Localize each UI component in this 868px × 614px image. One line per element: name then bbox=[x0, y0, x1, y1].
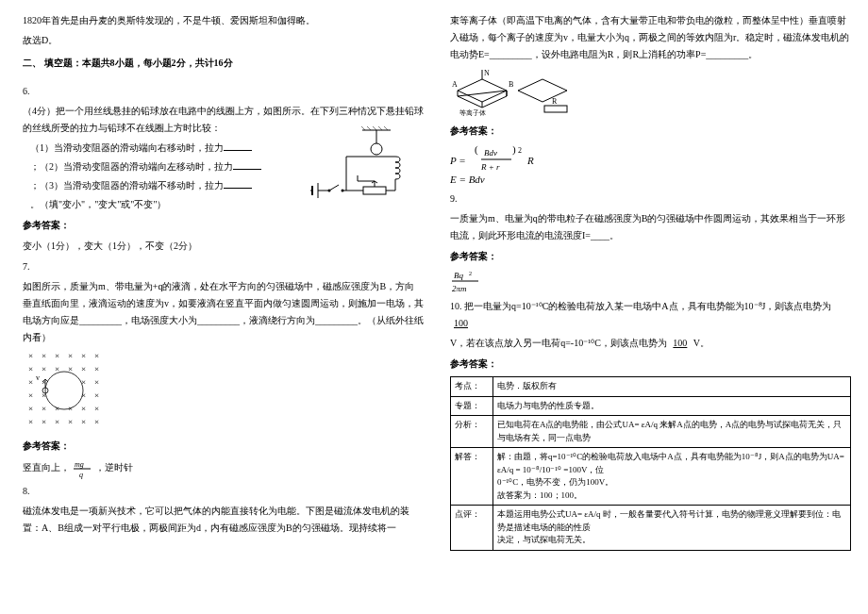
svg-text:B: B bbox=[509, 80, 513, 89]
svg-text:R: R bbox=[526, 155, 534, 166]
svg-text:P =: P = bbox=[450, 155, 466, 166]
table-row: 分析： 已知电荷在A点的电势能，由公式UA= εA/q 来解A点的电势，A点的电… bbox=[451, 416, 851, 448]
row1-value: 电势．版权所有 bbox=[493, 377, 851, 397]
q8-number: 8. bbox=[23, 483, 424, 500]
svg-point-59 bbox=[45, 372, 83, 409]
row3-value: 已知电荷在A点的电势能，由公式UA= εA/q 来解A点的电势，A点的电势与试探… bbox=[493, 416, 851, 448]
svg-text:×: × bbox=[28, 417, 33, 426]
svg-text:×: × bbox=[28, 377, 33, 387]
svg-text:R + r: R + r bbox=[480, 162, 500, 172]
svg-text:A: A bbox=[452, 80, 458, 89]
q9-answer-label: 参考答案： bbox=[450, 248, 851, 265]
q8-answer-label: 参考答案： bbox=[450, 123, 851, 140]
svg-line-21 bbox=[329, 185, 339, 191]
q7-field-figure: ×××××× ×××××× ×××× ×××× ×××××× ×××××× v bbox=[23, 349, 108, 434]
svg-text:(: ( bbox=[475, 143, 478, 156]
svg-text:R: R bbox=[552, 97, 558, 106]
svg-marker-75 bbox=[518, 79, 567, 102]
table-row: 解答： 解：由题，将q=10⁻¹⁰C的检验电荷放入电场中A点，具有电势能为10⁻… bbox=[451, 448, 851, 506]
q8-stem: 磁流体发电是一项新兴技术，它可以把气体的内能直接转化为电能。下图是磁流体发电机的… bbox=[23, 503, 424, 537]
svg-text:v: v bbox=[36, 373, 40, 382]
q9-number: 9. bbox=[450, 191, 851, 207]
row4-label: 解答： bbox=[451, 448, 493, 506]
svg-text:×: × bbox=[81, 404, 86, 413]
pre-text-1: 1820年首先是由丹麦的奥斯特发现的，不是牛顿、爱因斯坦和伽得略。 bbox=[23, 12, 424, 29]
svg-text:): ) bbox=[512, 143, 516, 156]
svg-text:2: 2 bbox=[469, 271, 472, 276]
svg-text:×: × bbox=[28, 390, 33, 400]
q10-blank2: 100 bbox=[669, 338, 691, 348]
svg-marker-66 bbox=[458, 79, 507, 102]
table-row: 专题： 电场力与电势的性质专题。 bbox=[451, 396, 851, 416]
svg-line-4 bbox=[378, 126, 382, 130]
svg-text:×: × bbox=[42, 351, 46, 360]
row2-value: 电场力与电势的性质专题。 bbox=[493, 396, 851, 416]
row1-label: 考点： bbox=[451, 377, 493, 397]
q7-answer: 竖直向上， mg q ，逆时针 bbox=[23, 458, 424, 479]
svg-text:×: × bbox=[94, 351, 99, 360]
q9-formula: Bq 2 2πm bbox=[450, 269, 488, 295]
q6-answer-label: 参考答案： bbox=[23, 217, 424, 234]
question-6: 6. （4分）把一个用丝线悬挂的铅球放在电路中的线圈上方，如图所示。在下列三种情… bbox=[23, 83, 424, 255]
svg-text:×: × bbox=[68, 351, 73, 360]
svg-line-1 bbox=[361, 126, 365, 130]
svg-rect-76 bbox=[544, 106, 567, 112]
section-2-title: 二、 填空题：本题共8小题，每小题2分，共计16分 bbox=[23, 55, 424, 72]
svg-line-2 bbox=[367, 126, 371, 130]
svg-text:N: N bbox=[484, 69, 490, 77]
svg-text:×: × bbox=[94, 404, 99, 413]
svg-text:q: q bbox=[79, 471, 83, 479]
q7-formula-mgq: mg q bbox=[73, 458, 93, 479]
q7-answer-label: 参考答案： bbox=[23, 438, 424, 455]
q6-number: 6. bbox=[23, 83, 424, 100]
svg-text:×: × bbox=[42, 404, 46, 413]
svg-text:×: × bbox=[94, 390, 99, 400]
q9-stem: 一质量为m、电量为q的带电粒子在磁感强度为B的匀强磁场中作圆周运动，其效果相当于… bbox=[450, 210, 851, 244]
pre-text-2: 故选D。 bbox=[23, 32, 424, 49]
svg-text:×: × bbox=[68, 417, 73, 426]
q10-line2: V，若在该点放入另一电荷q=-10⁻¹⁰C，则该点电势为 100 V。 bbox=[450, 335, 851, 352]
svg-line-3 bbox=[373, 126, 376, 130]
table-row: 考点： 电势．版权所有 bbox=[451, 377, 851, 397]
svg-text:×: × bbox=[28, 351, 33, 360]
svg-text:×: × bbox=[28, 364, 33, 373]
svg-text:×: × bbox=[28, 404, 33, 413]
svg-text:mg: mg bbox=[75, 460, 84, 469]
svg-text:×: × bbox=[94, 377, 99, 387]
row5-value: 本题运用电势公式UA= εA/q 时，一般各量要代入符号计算，电势的物理意义理解… bbox=[493, 506, 851, 551]
svg-text:×: × bbox=[42, 417, 46, 426]
right-column: 束等离子体（即高温下电离的气体，含有大量带正电和带负电的微粒，而整体呈中性）垂直… bbox=[441, 0, 868, 614]
row5-label: 点评： bbox=[451, 506, 493, 551]
q10-blank1: 100 bbox=[450, 318, 472, 328]
q7-number: 7. bbox=[23, 258, 424, 275]
row3-label: 分析： bbox=[451, 416, 493, 448]
svg-text:等离子体: 等离子体 bbox=[459, 109, 486, 117]
q10-stem-mid: V，若在该点放入另一电荷q=-10⁻¹⁰C，则该点电势为 bbox=[450, 338, 667, 348]
svg-text:×: × bbox=[81, 390, 86, 400]
q8-device-figure: A B N R 等离子体 bbox=[450, 66, 582, 119]
analysis-table: 考点： 电势．版权所有 专题： 电场力与电势的性质专题。 分析： 已知电荷在A点… bbox=[450, 376, 851, 551]
row4-value: 解：由题，将q=10⁻¹⁰C的检验电荷放入电场中A点，具有电势能为10⁻⁸J，则… bbox=[493, 448, 851, 506]
q10-answer-label: 参考答案： bbox=[450, 356, 851, 373]
svg-rect-11 bbox=[363, 187, 386, 194]
svg-text:2πm: 2πm bbox=[452, 284, 467, 293]
svg-point-7 bbox=[371, 143, 382, 155]
svg-text:×: × bbox=[81, 377, 86, 387]
svg-text:×: × bbox=[81, 364, 86, 373]
q8-formula-block: P = ( Bdv R + r ) 2 R E = Bdv bbox=[450, 143, 601, 187]
q6-circuit-figure bbox=[310, 126, 424, 211]
svg-line-5 bbox=[384, 126, 388, 130]
svg-text:×: × bbox=[81, 351, 86, 360]
svg-text:Bdv: Bdv bbox=[484, 148, 497, 158]
q6-answer: 变小（1分），变大（1分），不变（2分） bbox=[23, 238, 424, 255]
svg-text:×: × bbox=[55, 351, 59, 360]
table-row: 点评： 本题运用电势公式UA= εA/q 时，一般各量要代入符号计算，电势的物理… bbox=[451, 506, 851, 551]
q8-cont: 束等离子体（即高温下电离的气体，含有大量带正电和带负电的微粒，而整体呈中性）垂直… bbox=[450, 12, 851, 63]
svg-text:Bq: Bq bbox=[454, 271, 463, 280]
svg-text:×: × bbox=[42, 364, 46, 373]
q10-stem-post: V。 bbox=[693, 338, 709, 348]
svg-text:×: × bbox=[94, 364, 99, 373]
row2-label: 专题： bbox=[451, 396, 493, 416]
q10-line: 10. 把一电量为q=10⁻¹⁰C的检验电荷放入某一电场中A点，具有电势能为10… bbox=[450, 298, 851, 332]
q10-stem-pre: 把一电量为q=10⁻¹⁰C的检验电荷放入某一电场中A点，具有电势能为10⁻⁸J，… bbox=[464, 301, 831, 311]
